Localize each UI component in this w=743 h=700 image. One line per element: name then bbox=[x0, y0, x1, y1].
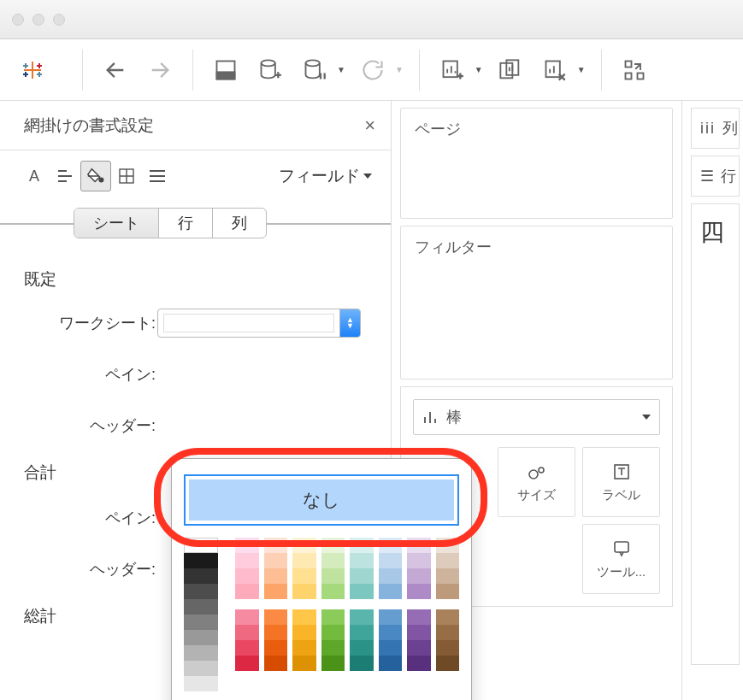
dropdown-caret-icon[interactable]: ▼ bbox=[337, 65, 345, 74]
svg-rect-14 bbox=[443, 61, 457, 77]
section-default-label: 既定 bbox=[24, 268, 370, 291]
new-worksheet-button[interactable] bbox=[435, 53, 469, 87]
format-shading-panel: 網掛けの書式設定 × A フィールド シート bbox=[0, 101, 392, 700]
grayscale-column[interactable] bbox=[184, 538, 218, 691]
viz-canvas[interactable]: 四 bbox=[691, 203, 740, 665]
tab-col[interactable]: 列 bbox=[213, 209, 266, 238]
svg-rect-26 bbox=[615, 542, 628, 552]
duplicate-worksheet-button[interactable] bbox=[493, 53, 528, 87]
svg-rect-19 bbox=[637, 73, 643, 79]
worksheet-plus-icon bbox=[440, 58, 464, 82]
mark-size-button[interactable]: サイズ bbox=[498, 447, 575, 517]
arrow-right-icon bbox=[148, 58, 172, 82]
pages-shelf-label: ページ bbox=[415, 121, 461, 138]
right-column: iii 列 ☰ 行 四 bbox=[682, 101, 743, 700]
back-button[interactable] bbox=[98, 53, 133, 87]
format-panel-title: 網掛けの書式設定 bbox=[24, 115, 154, 137]
swap-button[interactable] bbox=[617, 53, 652, 87]
svg-rect-20 bbox=[625, 73, 631, 79]
main-toolbar: ▼ ▼ ▼ ▼ bbox=[0, 39, 743, 101]
pane-color-label: ペイン: bbox=[21, 364, 157, 385]
text-icon bbox=[611, 462, 632, 482]
swap-icon bbox=[622, 58, 646, 82]
window-titlebar bbox=[0, 0, 743, 39]
pause-datasource-button[interactable] bbox=[298, 53, 332, 87]
stepper-arrows-icon: ▲▼ bbox=[339, 309, 360, 337]
svg-point-24 bbox=[539, 468, 544, 473]
viz-title: 四 bbox=[700, 219, 724, 245]
format-alignment-icon[interactable] bbox=[50, 161, 80, 191]
color-picker-popup: なし bbox=[171, 458, 472, 700]
close-panel-button[interactable]: × bbox=[364, 115, 375, 137]
chevron-down-icon bbox=[363, 174, 372, 179]
svg-point-23 bbox=[529, 470, 538, 479]
bar-chart-icon bbox=[422, 409, 438, 425]
database-plus-icon bbox=[258, 58, 282, 82]
save-icon bbox=[214, 58, 238, 82]
field-dropdown[interactable]: フィールド bbox=[279, 165, 372, 187]
forward-button[interactable] bbox=[143, 53, 177, 87]
svg-rect-18 bbox=[625, 61, 631, 67]
rows-shelf[interactable]: ☰ 行 bbox=[691, 156, 740, 197]
tooltip-icon bbox=[611, 538, 632, 559]
clear-worksheet-button[interactable] bbox=[538, 53, 572, 87]
color-swatch bbox=[163, 314, 334, 332]
tab-row[interactable]: 行 bbox=[159, 209, 213, 238]
database-pause-icon bbox=[303, 58, 327, 82]
format-shading-icon[interactable] bbox=[80, 161, 111, 191]
svg-point-12 bbox=[262, 60, 275, 66]
mark-tooltip-button[interactable]: ツール... bbox=[582, 524, 660, 594]
traffic-light-min[interactable] bbox=[32, 14, 44, 26]
mark-label-button[interactable]: ラベル bbox=[582, 447, 660, 517]
arrow-left-icon bbox=[103, 58, 127, 82]
refresh-button[interactable] bbox=[356, 53, 390, 87]
worksheet-clear-icon bbox=[543, 58, 567, 82]
svg-rect-17 bbox=[545, 61, 559, 77]
dropdown-caret-icon[interactable]: ▼ bbox=[577, 65, 586, 74]
refresh-icon bbox=[361, 58, 385, 82]
tableau-logo-icon bbox=[19, 56, 46, 84]
traffic-light-close[interactable] bbox=[12, 14, 24, 26]
list-icon: ☰ bbox=[700, 167, 714, 185]
format-borders-icon[interactable] bbox=[111, 161, 142, 191]
save-button[interactable] bbox=[209, 53, 243, 87]
tab-sheet[interactable]: シート bbox=[74, 209, 159, 238]
size-icon bbox=[527, 462, 547, 482]
filters-shelf[interactable]: フィルター bbox=[400, 226, 673, 379]
dropdown-caret-icon[interactable]: ▼ bbox=[395, 65, 404, 74]
hue-row-dark[interactable] bbox=[235, 609, 459, 671]
format-scope-tabs: シート 行 列 bbox=[74, 208, 267, 238]
format-font-icon[interactable]: A bbox=[19, 161, 50, 191]
columns-shelf[interactable]: iii 列 bbox=[691, 108, 740, 149]
chevron-down-icon bbox=[642, 415, 651, 420]
total-pane-color-label: ペイン: bbox=[21, 508, 157, 528]
color-none-option[interactable]: なし bbox=[184, 474, 459, 526]
header-color-label: ヘッダー: bbox=[21, 415, 157, 436]
traffic-light-max[interactable] bbox=[53, 14, 65, 26]
hue-row-light[interactable] bbox=[235, 538, 459, 599]
new-datasource-button[interactable] bbox=[253, 53, 287, 87]
pages-shelf[interactable]: ページ bbox=[400, 108, 673, 219]
worksheet-color-label: ワークシート: bbox=[21, 313, 157, 333]
dropdown-caret-icon[interactable]: ▼ bbox=[475, 65, 483, 74]
svg-point-13 bbox=[306, 60, 320, 66]
worksheet-duplicate-icon bbox=[498, 58, 522, 82]
mark-type-dropdown[interactable]: 棒 bbox=[413, 399, 660, 435]
filters-shelf-label: フィルター bbox=[415, 238, 492, 256]
svg-rect-11 bbox=[217, 72, 235, 79]
svg-point-21 bbox=[99, 178, 103, 182]
total-header-color-label: ヘッダー: bbox=[21, 559, 157, 579]
format-lines-icon[interactable] bbox=[142, 161, 173, 191]
worksheet-color-picker[interactable]: ▲▼ bbox=[157, 309, 361, 338]
